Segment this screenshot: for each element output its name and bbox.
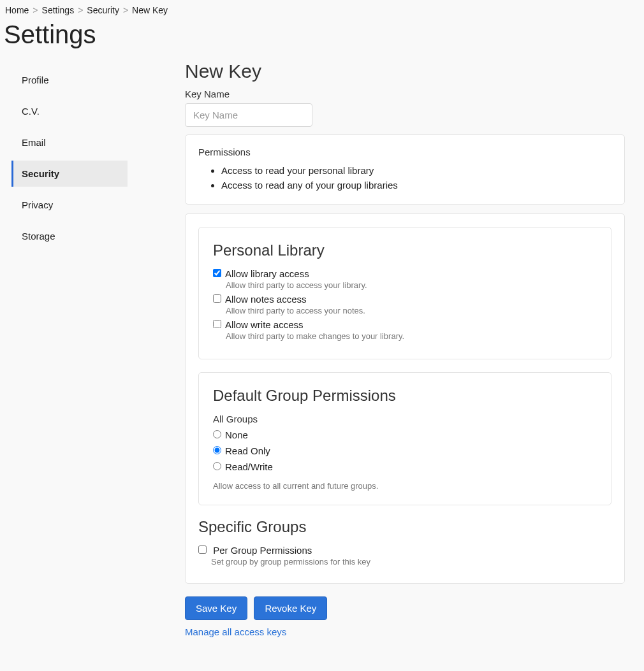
section-title-new-key: New Key bbox=[185, 61, 625, 82]
breadcrumb-item[interactable]: Security bbox=[87, 5, 119, 15]
settings-sidebar: ProfileC.V.EmailSecurityPrivacyStorage bbox=[0, 61, 128, 254]
group-perm-read-only-label[interactable]: Read Only bbox=[225, 445, 270, 456]
breadcrumb-item[interactable]: Home bbox=[5, 5, 29, 15]
sidebar-item-privacy[interactable]: Privacy bbox=[11, 192, 128, 218]
sidebar-item-security[interactable]: Security bbox=[11, 161, 128, 187]
allow-library-access-label[interactable]: Allow library access bbox=[225, 268, 309, 279]
permissions-heading: Permissions bbox=[198, 147, 611, 157]
page-title: Settings bbox=[4, 20, 644, 49]
allow-notes-access-checkbox[interactable] bbox=[213, 294, 221, 303]
manage-keys-link[interactable]: Manage all access keys bbox=[185, 626, 625, 637]
permissions-list: Access to read your personal libraryAcce… bbox=[198, 164, 611, 192]
form-actions: Save Key Revoke Key Manage all access ke… bbox=[185, 596, 625, 637]
personal-library-card: Personal Library Allow library accessAll… bbox=[198, 227, 611, 359]
allow-write-access-hint: Allow third party to make changes to you… bbox=[226, 331, 597, 341]
permission-item: Access to read any of your group librari… bbox=[221, 178, 611, 193]
breadcrumb: Home>Settings>Security>New Key bbox=[0, 0, 644, 18]
sidebar-item-email[interactable]: Email bbox=[11, 129, 128, 155]
per-group-permissions-checkbox[interactable] bbox=[198, 545, 207, 554]
sidebar-item-profile[interactable]: Profile bbox=[11, 67, 128, 93]
chevron-right-icon: > bbox=[33, 5, 38, 15]
chevron-right-icon: > bbox=[78, 5, 83, 15]
group-perm-read-write-radio[interactable] bbox=[213, 462, 221, 470]
group-perm-read-write-label[interactable]: Read/Write bbox=[225, 461, 273, 472]
sidebar-item-c-v-[interactable]: C.V. bbox=[11, 98, 128, 124]
permission-item: Access to read your personal library bbox=[221, 164, 611, 178]
key-name-input[interactable] bbox=[185, 103, 312, 127]
personal-library-title: Personal Library bbox=[213, 242, 597, 259]
per-group-permissions-label[interactable]: Per Group Permissions bbox=[213, 545, 312, 556]
group-perm-none-radio[interactable] bbox=[213, 430, 221, 438]
default-group-subhead: All Groups bbox=[213, 414, 597, 424]
specific-groups-title: Specific Groups bbox=[198, 518, 611, 536]
allow-notes-access-label[interactable]: Allow notes access bbox=[225, 294, 307, 305]
allow-library-access-checkbox[interactable] bbox=[213, 269, 221, 277]
main-content: New Key Key Name Permissions Access to r… bbox=[128, 61, 644, 656]
group-perm-read-only-radio[interactable] bbox=[213, 446, 221, 454]
default-group-note: Allow access to all current and future g… bbox=[213, 481, 597, 491]
allow-write-access-label[interactable]: Allow write access bbox=[225, 319, 304, 330]
group-perm-none-label[interactable]: None bbox=[225, 429, 248, 440]
breadcrumb-item: New Key bbox=[132, 5, 168, 15]
allow-notes-access-hint: Allow third party to access your notes. bbox=[226, 306, 597, 315]
allow-library-access-hint: Allow third party to access your library… bbox=[226, 280, 597, 290]
default-group-title: Default Group Permissions bbox=[213, 387, 597, 405]
sidebar-item-storage[interactable]: Storage bbox=[11, 223, 128, 249]
specific-groups-section: Specific Groups Per Group Permissions Se… bbox=[198, 518, 611, 566]
revoke-key-button[interactable]: Revoke Key bbox=[254, 596, 327, 620]
permissions-summary-card: Permissions Access to read your personal… bbox=[185, 134, 625, 205]
default-group-card: Default Group Permissions All Groups Non… bbox=[198, 372, 611, 505]
per-group-permissions-hint: Set group by group permissions for this … bbox=[211, 557, 611, 566]
chevron-right-icon: > bbox=[123, 5, 128, 15]
breadcrumb-item[interactable]: Settings bbox=[42, 5, 75, 15]
key-name-label: Key Name bbox=[185, 89, 625, 99]
save-key-button[interactable]: Save Key bbox=[185, 596, 247, 620]
permissions-editor-card: Personal Library Allow library accessAll… bbox=[185, 213, 625, 584]
allow-write-access-checkbox[interactable] bbox=[213, 320, 221, 328]
